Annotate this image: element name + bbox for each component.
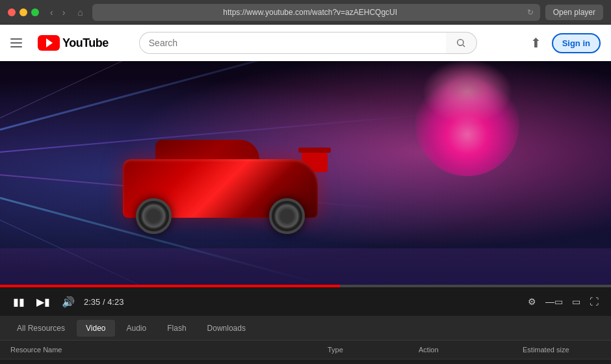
reload-icon[interactable]: ↻ — [527, 8, 534, 17]
car-wheel-left — [136, 198, 172, 234]
search-input[interactable] — [139, 32, 446, 54]
resource-table: Resource Name Type Action Estimated size… — [0, 341, 611, 364]
table-header: Resource Name Type Action Estimated size — [0, 341, 611, 359]
video-controls: ▮▮ ▶▮ 🔊 2:35 / 4:23 ⚙ ―▭ ▭ ⛶ — [0, 287, 611, 316]
search-icon — [456, 38, 466, 48]
browser-chrome: ‹ › ⌂ https://www.youtube.com/watch?v=az… — [0, 0, 611, 25]
pink-explosion — [415, 72, 519, 176]
youtube-logo-text: YouTube — [62, 36, 109, 50]
nav-buttons: ‹ › — [47, 6, 68, 19]
next-button[interactable]: ▶▮ — [34, 294, 53, 309]
video-thumbnail — [0, 61, 611, 287]
header-type: Type — [328, 346, 419, 354]
header-resource-name: Resource Name — [10, 346, 328, 354]
tab-bar: All Resources Video Audio Flash Download… — [0, 316, 611, 341]
svg-line-1 — [463, 45, 465, 47]
search-bar — [139, 32, 477, 54]
controls-row: ▮▮ ▶▮ 🔊 2:35 / 4:23 ⚙ ―▭ ▭ ⛶ — [10, 294, 601, 309]
header-estimated-size: Estimated size — [523, 346, 601, 354]
tab-video[interactable]: Video — [77, 320, 114, 337]
youtube-header: YouTube ⬆ Sign in — [0, 25, 611, 61]
minimize-button[interactable] — [20, 8, 27, 16]
signin-button[interactable]: Sign in — [552, 33, 601, 53]
home-button[interactable]: ⌂ — [73, 6, 86, 19]
time-display: 2:35 / 4:23 — [84, 297, 124, 307]
miniplayer-button[interactable]: ―▭ — [543, 294, 565, 309]
fullscreen-button[interactable]: ⛶ — [588, 294, 601, 309]
tab-flash[interactable]: Flash — [158, 320, 195, 337]
right-controls: ⚙ ―▭ ▭ ⛶ — [526, 294, 601, 309]
player-area: ▮▮ ▶▮ 🔊 2:35 / 4:23 ⚙ ―▭ ▭ ⛶ — [0, 61, 611, 316]
upload-button[interactable]: ⬆ — [528, 32, 544, 53]
progress-fill — [0, 285, 340, 287]
video-player[interactable] — [0, 61, 611, 287]
car — [110, 120, 331, 237]
search-button[interactable] — [446, 32, 477, 54]
forward-button[interactable]: › — [59, 6, 69, 19]
pause-button[interactable]: ▮▮ — [10, 294, 27, 309]
back-button[interactable]: ‹ — [47, 6, 57, 19]
youtube-logo-icon — [38, 35, 60, 51]
traffic-lights — [8, 8, 39, 16]
car-wheel-right — [269, 198, 305, 234]
theater-button[interactable]: ▭ — [570, 294, 582, 309]
play-triangle-icon — [46, 38, 53, 47]
open-player-button[interactable]: Open player — [545, 5, 603, 20]
progress-bar[interactable] — [0, 285, 611, 287]
table-row: MUSE - Something Human [Official Music V… — [0, 359, 611, 364]
url-display: https://www.youtube.com/watch?v=azAEHCQg… — [99, 8, 522, 17]
close-button[interactable] — [8, 8, 16, 16]
tab-downloads[interactable]: Downloads — [198, 320, 255, 337]
maximize-button[interactable] — [31, 8, 39, 16]
address-bar[interactable]: https://www.youtube.com/watch?v=azAEHCQg… — [92, 4, 540, 21]
settings-button[interactable]: ⚙ — [526, 294, 538, 309]
svg-point-0 — [458, 40, 463, 46]
tab-audio[interactable]: Audio — [118, 320, 156, 337]
header-action: Action — [419, 346, 523, 354]
header-right: ⬆ Sign in — [528, 32, 601, 53]
volume-button[interactable]: 🔊 — [59, 294, 77, 309]
hamburger-menu[interactable] — [10, 38, 22, 47]
youtube-logo[interactable]: YouTube — [38, 35, 109, 51]
ground-reflection — [0, 248, 611, 287]
tab-all-resources[interactable]: All Resources — [8, 320, 74, 337]
